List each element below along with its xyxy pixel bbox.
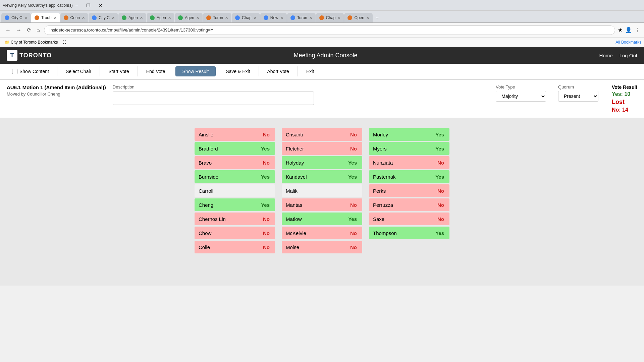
tab-close-10[interactable]: ✕ — [309, 16, 312, 20]
home-button[interactable]: ⌂ — [35, 26, 41, 35]
profile-icon[interactable]: 👤 — [625, 27, 632, 33]
show-result-button[interactable]: Show Result — [175, 66, 216, 76]
home-link[interactable]: Home — [599, 53, 613, 58]
vote-result-yes: Yes: 10 — [612, 91, 637, 97]
councillor-name-kandavel: Kandavel — [282, 174, 343, 180]
vote-row-carroll: Carroll — [195, 184, 275, 197]
bookmarks-grid-icon[interactable]: ☷ — [63, 40, 66, 45]
app-title: Meeting Admin Console — [293, 52, 357, 59]
vote-value-colle: No — [258, 244, 275, 250]
app-header: T TORONTO Meeting Admin Console Home Log… — [0, 47, 644, 64]
tab-chap-8[interactable]: Chap✕ — [232, 13, 260, 22]
save-exit-label: Save & Exit — [226, 69, 250, 74]
maximize-button[interactable]: ☐ — [84, 2, 93, 9]
start-vote-label: Start Vote — [108, 69, 129, 74]
tab-close-12[interactable]: ✕ — [366, 16, 369, 20]
vote-value-cheng: Yes — [256, 202, 275, 208]
show-content-checkbox[interactable] — [12, 69, 17, 74]
tab-city-c-0[interactable]: City C✕ — [1, 13, 31, 22]
vote-value-nunziata: No — [432, 160, 449, 166]
motion-subtitle: Moved by Councillor Cheng — [7, 92, 106, 97]
url-text: insideto-securesca.toronto.ca/cmp/#/live… — [50, 27, 214, 33]
browser-titlebar: Viewing Kelly McCarthy's application(s) … — [0, 0, 644, 11]
vote-column-2: MorleyYesMyersYesNunziataNoPasternakYesP… — [369, 128, 449, 276]
motion-title: AU6.1 Motion 1 (Amend Item (Additional)) — [7, 84, 106, 90]
forward-button[interactable]: → — [15, 26, 23, 35]
tab-close-1[interactable]: ✕ — [54, 16, 57, 20]
tab-bar: City C✕Troub✕Coun✕City C✕Agen✕Agen✕Agen✕… — [0, 11, 644, 23]
quorum-select[interactable]: Present Majority — [558, 91, 598, 102]
tab-agen-5[interactable]: Agen✕ — [147, 13, 174, 22]
exit-button[interactable]: Exit — [299, 66, 321, 76]
reload-button[interactable]: ⟳ — [25, 25, 33, 35]
tab-favicon-6 — [178, 15, 183, 20]
tab-label-4: Agen — [128, 15, 138, 20]
all-bookmarks-label[interactable]: All Bookmarks — [615, 40, 641, 45]
vote-type-select[interactable]: Majority Two-Thirds Unanimous — [496, 91, 546, 102]
show-result-label: Show Result — [182, 69, 209, 74]
tab-close-5[interactable]: ✕ — [168, 16, 171, 20]
tab-toron-10[interactable]: Toron✕ — [287, 13, 316, 22]
tab-favicon-8 — [235, 15, 240, 20]
tab-agen-6[interactable]: Agen✕ — [175, 13, 203, 22]
select-chair-button[interactable]: Select Chair — [59, 66, 98, 76]
vote-value-bradford: Yes — [256, 146, 275, 152]
tab-toron-7[interactable]: Toron✕ — [203, 13, 231, 22]
vote-row-perks: PerksNo — [369, 184, 449, 197]
councillor-name-cheng: Cheng — [195, 202, 256, 208]
quorum-section: Quorum Present Majority — [558, 84, 598, 102]
tab-label-11: Chap — [326, 15, 336, 20]
vote-result-section: Vote Result Yes: 10 Lost No: 14 — [612, 84, 637, 113]
minimize-button[interactable]: – — [73, 2, 81, 9]
close-button[interactable]: ✕ — [96, 2, 105, 9]
back-button[interactable]: ← — [4, 26, 12, 35]
tab-close-2[interactable]: ✕ — [82, 16, 85, 20]
tab-favicon-5 — [150, 15, 155, 20]
tab-close-0[interactable]: ✕ — [24, 16, 28, 20]
tab-label-0: City C — [11, 15, 22, 20]
tab-close-4[interactable]: ✕ — [140, 16, 143, 20]
tab-open-12[interactable]: Open✕ — [344, 13, 372, 22]
logout-link[interactable]: Log Out — [620, 53, 637, 58]
description-box[interactable] — [113, 92, 314, 105]
bookmarks-folder[interactable]: 📁 City of Toronto Bookmarks — [3, 39, 60, 45]
browser-title: Viewing Kelly McCarthy's application(s) — [3, 3, 73, 8]
tab-label-12: Open — [354, 15, 364, 20]
bookmark-star-icon[interactable]: ★ — [618, 27, 623, 33]
councillor-name-nunziata: Nunziata — [369, 160, 432, 166]
tab-chap-11[interactable]: Chap✕ — [316, 13, 344, 22]
tab-close-8[interactable]: ✕ — [254, 16, 257, 20]
vote-value-bravo: No — [258, 160, 275, 166]
new-tab-button[interactable]: + — [373, 14, 381, 22]
vote-row-mckelvie: McKelvieNo — [282, 227, 362, 239]
tab-coun-2[interactable]: Coun✕ — [60, 13, 89, 22]
councillor-name-morley: Morley — [369, 132, 430, 137]
tab-close-6[interactable]: ✕ — [196, 16, 199, 20]
tab-close-9[interactable]: ✕ — [280, 16, 283, 20]
toronto-logo: T TORONTO — [7, 50, 52, 61]
councillor-name-moise: Moise — [282, 244, 345, 250]
save-exit-button[interactable]: Save & Exit — [219, 66, 257, 76]
tab-close-11[interactable]: ✕ — [337, 16, 340, 20]
tab-favicon-12 — [347, 15, 352, 20]
url-bar[interactable]: insideto-securesca.toronto.ca/cmp/#/live… — [44, 25, 615, 35]
vote-row-chernos-lin: Chernos LinNo — [195, 213, 275, 225]
tab-close-3[interactable]: ✕ — [112, 16, 115, 20]
start-vote-button[interactable]: Start Vote — [101, 66, 136, 76]
tab-close-7[interactable]: ✕ — [225, 16, 228, 20]
abort-vote-button[interactable]: Abort Vote — [260, 66, 296, 76]
tab-favicon-2 — [64, 15, 68, 20]
tab-agen-4[interactable]: Agen✕ — [118, 13, 146, 22]
logo-text: TORONTO — [19, 52, 52, 59]
tab-new-9[interactable]: New✕ — [260, 13, 287, 22]
tab-city-c-3[interactable]: City C✕ — [89, 13, 118, 22]
vote-value-mantas: No — [345, 202, 362, 208]
end-vote-button[interactable]: End Vote — [139, 66, 172, 76]
vote-column-1: CrisantiNoFletcherNoHolydayYesKandavelYe… — [282, 128, 362, 276]
vote-row-thompson: ThompsonYes — [369, 227, 449, 239]
address-bar: ← → ⟳ ⌂ insideto-securesca.toronto.ca/cm… — [0, 23, 644, 38]
menu-icon[interactable]: ⋮ — [635, 27, 640, 33]
tab-troub-1[interactable]: Troub✕ — [31, 13, 60, 22]
divider-6 — [259, 66, 259, 76]
show-content-container[interactable]: Show Content — [5, 67, 56, 76]
